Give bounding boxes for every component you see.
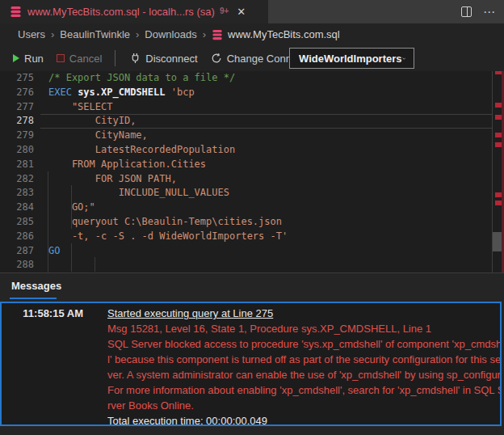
code-line[interactable]: 279 CityName, xyxy=(0,129,504,143)
line-number: 282 xyxy=(0,172,34,187)
indent-guide xyxy=(94,257,95,272)
code-line[interactable]: 281 FROM Application.Cities xyxy=(0,158,504,172)
line-number: 287 xyxy=(0,244,34,259)
error-marker xyxy=(495,115,502,120)
error-marker xyxy=(495,133,502,137)
indent-guide xyxy=(71,185,72,228)
error-message-line: Msg 15281, Level 16, State 1, Procedure … xyxy=(107,321,431,336)
code-lines: 275/* Export JSON data to a file */276EX… xyxy=(0,71,504,272)
messages-output[interactable]: 11:58:15 AM Started executing query at L… xyxy=(0,302,502,426)
error-marker xyxy=(495,201,502,205)
chevron-down-icon xyxy=(402,56,406,61)
line-number: 278 xyxy=(0,114,34,129)
cancel-label: Cancel xyxy=(69,53,102,65)
play-icon xyxy=(13,54,19,62)
code-line[interactable]: 288 xyxy=(0,258,504,272)
code-line[interactable]: 276EXEC sys.XP_CMDSHELL 'bcp xyxy=(0,86,504,100)
chevron-right-icon: › xyxy=(51,28,54,40)
indent-guide xyxy=(48,171,48,272)
plug-icon xyxy=(130,53,141,64)
code-text: -t, -c -S . -d WideWorldImporters -T' xyxy=(48,230,288,244)
error-message-line: l' because this component is turned off … xyxy=(107,352,502,367)
disconnect-button[interactable]: Disconnect xyxy=(130,53,197,65)
tab-bar: www.MyTecBits.com.sql - localh...rs (sa)… xyxy=(0,0,504,23)
code-text: /* Export JSON data to a file */ xyxy=(48,71,235,86)
more-actions-icon[interactable]: ⋯ xyxy=(483,8,496,16)
tab-messages[interactable]: Messages xyxy=(11,273,61,299)
error-message-line: For more information about enabling 'xp_… xyxy=(107,382,502,398)
disconnect-label: Disconnect xyxy=(145,53,197,65)
error-marker xyxy=(495,103,502,108)
line-number: 276 xyxy=(0,86,34,100)
code-text: EXEC sys.XP_CMDSHELL 'bcp xyxy=(48,86,195,100)
code-line[interactable]: 282 FOR JSON PATH, xyxy=(0,172,504,187)
run-button[interactable]: Run xyxy=(13,53,44,65)
database-selector[interactable]: WideWorldImporters xyxy=(289,48,414,69)
editor-tab[interactable]: www.MyTecBits.com.sql - localh...rs (sa)… xyxy=(0,0,268,23)
split-editor-icon[interactable] xyxy=(461,6,472,17)
query-toolbar: Run Cancel Disconnect Change Connection … xyxy=(0,45,504,71)
code-line[interactable]: 283 INCLUDE_NULL_VALUES xyxy=(0,186,504,201)
code-line[interactable]: 278 CityID, xyxy=(0,114,504,129)
breadcrumb-users[interactable]: Users xyxy=(18,28,45,40)
breadcrumb-downloads[interactable]: Downloads xyxy=(145,28,196,40)
breadcrumb: Users › BeaulinTwinkle › Downloads › www… xyxy=(0,23,504,45)
error-message-line: rver Books Online. xyxy=(107,398,194,413)
code-line[interactable]: 285 queryout C:\Beaulin-Temp\cities.json xyxy=(0,215,504,230)
line-number: 281 xyxy=(0,158,34,172)
error-marker xyxy=(495,142,502,147)
tab-title: www.MyTecBits.com.sql - localh...rs (sa) xyxy=(27,6,215,18)
close-icon[interactable]: ✕ xyxy=(237,6,246,18)
indent-guide xyxy=(71,243,72,272)
active-tab-indicator xyxy=(10,298,57,299)
chevron-right-icon: › xyxy=(203,28,206,40)
run-label: Run xyxy=(24,53,44,65)
code-text: "SELECT xyxy=(48,100,112,115)
code-text: FROM Application.Cities xyxy=(48,158,206,172)
cancel-button[interactable]: Cancel xyxy=(57,53,102,65)
stop-icon xyxy=(57,54,65,62)
line-number: 285 xyxy=(0,215,34,230)
message-timestamp: 11:58:15 AM xyxy=(2,306,83,321)
line-number: 275 xyxy=(0,71,34,86)
line-number: 280 xyxy=(0,143,34,158)
error-marker xyxy=(495,71,502,74)
error-message-line: ver. A system administrator can enable t… xyxy=(107,367,502,382)
database-icon xyxy=(10,6,22,18)
query-start-link[interactable]: Started executing query at Line 275 xyxy=(107,306,273,321)
line-number: 277 xyxy=(0,100,34,115)
database-icon xyxy=(212,29,223,40)
breadcrumb-beaulintwinkle[interactable]: BeaulinTwinkle xyxy=(60,28,130,40)
breadcrumb-file[interactable]: www.MyTecBits.com.sql xyxy=(228,28,340,40)
code-line[interactable]: 286 -t, -c -S . -d WideWorldImporters -T… xyxy=(0,230,504,244)
database-selector-value: WideWorldImporters xyxy=(299,53,402,65)
code-text: queryout C:\Beaulin-Temp\cities.json xyxy=(48,215,282,230)
code-text: INCLUDE_NULL_VALUES xyxy=(48,186,229,201)
execution-time: Total execution time: 00:00:00.049 xyxy=(107,413,267,426)
code-line[interactable]: 275/* Export JSON data to a file */ xyxy=(0,71,504,86)
code-line[interactable]: 284 GO;" xyxy=(0,201,504,215)
sql-editor[interactable]: 275/* Export JSON data to a file */276EX… xyxy=(0,71,504,272)
line-number: 286 xyxy=(0,230,34,244)
code-line[interactable]: 287GO xyxy=(0,244,504,259)
messages-panel: Messages 11:58:15 AM Started executing q… xyxy=(0,273,504,435)
line-number: 288 xyxy=(0,258,34,272)
line-number: 284 xyxy=(0,201,34,215)
line-number: 283 xyxy=(0,186,34,201)
code-text: CityID, xyxy=(48,114,136,129)
error-message-line: SQL Server blocked access to procedure '… xyxy=(107,336,502,352)
error-lines: Msg 15281, Level 16, State 1, Procedure … xyxy=(2,321,500,413)
code-line[interactable]: 280 LatestRecordedPopulation xyxy=(0,143,504,158)
code-text: CityName, xyxy=(48,129,148,143)
code-line[interactable]: 277 "SELECT xyxy=(0,100,504,115)
refresh-connection-icon xyxy=(211,53,222,64)
tab-problems-badge: 9+ xyxy=(220,6,229,15)
code-text: LatestRecordedPopulation xyxy=(48,143,235,158)
line-number: 279 xyxy=(0,129,34,143)
chevron-right-icon: › xyxy=(136,28,139,40)
error-marker xyxy=(495,192,502,197)
code-text: FOR JSON PATH, xyxy=(48,172,177,187)
toolbar-separator xyxy=(115,50,116,66)
vertical-scrollbar[interactable] xyxy=(493,232,502,251)
code-text: GO xyxy=(48,244,60,259)
